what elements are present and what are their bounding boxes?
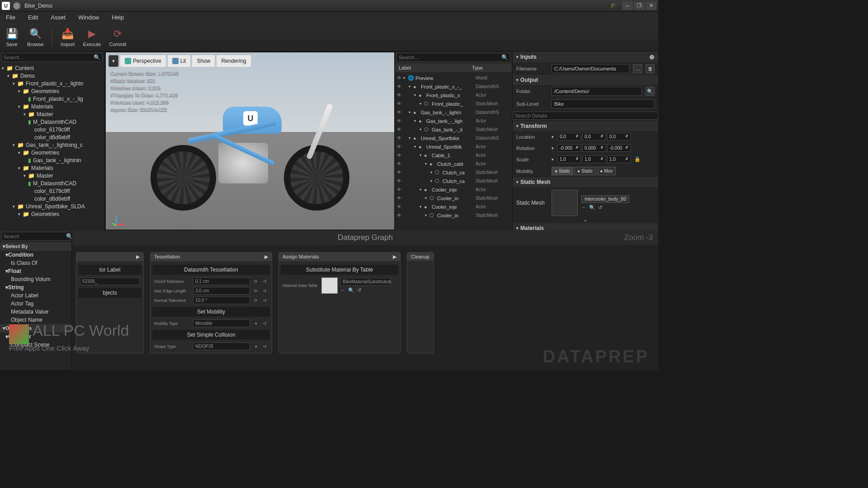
graph-node-tessellation[interactable]: Tessellation▶ Datasmith Tessellation Cho… (150, 252, 272, 353)
outliner-row[interactable]: 👁▾●Gas_tank_-_lighActor (395, 117, 512, 125)
tree-node[interactable]: color_d6d6ebff (0, 195, 104, 202)
outliner-row[interactable]: 👁▾●Unreal_SportbikeDatasmithS (395, 134, 512, 142)
tree-node[interactable]: color_d6d6ebff (0, 133, 104, 141)
outliner-row[interactable]: 👁▾⬡Gas_tank_-_liStaticMesh (395, 125, 512, 134)
execute-button[interactable]: ▶Execute (83, 27, 101, 47)
lit-button[interactable]: Lit (168, 55, 191, 67)
outliner-search[interactable]: 🔍 (396, 53, 510, 62)
outliner-tree[interactable]: 👁▾🌐PreviewWorld👁▾●Front_plastic_x_-_Data… (395, 73, 512, 230)
selectby-category[interactable]: ▾String (0, 283, 71, 291)
tree-node[interactable]: ▾📁Geometries (0, 149, 104, 156)
viewport-options-dropdown[interactable]: ▾ (108, 55, 118, 67)
content-tree[interactable]: ▾📁Content▾📁Demo▾📁Front_plastic_x_-_light… (0, 63, 104, 230)
menu-edit[interactable]: Edit (26, 13, 40, 22)
mobility-static[interactable]: ●Static (552, 167, 573, 175)
tree-node[interactable]: ▾📁Geometries (0, 210, 104, 218)
transform-field[interactable]: -0.000⇵ (607, 144, 631, 152)
outliner-row[interactable]: 👁▾●Cooler_injeActor (395, 202, 512, 211)
import-button[interactable]: 📥Import (61, 27, 75, 47)
reset-icon[interactable]: ↺ (598, 205, 602, 211)
dataprep-graph[interactable]: Dataprep Graph Zoom -3 DATAPREP ▶ tor La… (72, 230, 658, 370)
outliner-row[interactable]: 👁▾●Clutch_cablActor (395, 160, 512, 168)
browse-icon[interactable]: 🔍 (589, 205, 595, 211)
minimize-button[interactable]: ─ (622, 2, 633, 10)
tree-node[interactable]: ▾📁Materials (0, 103, 104, 110)
graph-node-cleanup[interactable]: Cleanup (407, 252, 434, 353)
selectby-search-input[interactable] (4, 234, 66, 239)
mobility-static[interactable]: ●Static (574, 167, 596, 175)
tree-node[interactable]: ▾📁Master (0, 172, 104, 179)
outliner-row[interactable]: 👁▾●Gas_tank_-_lightnDatasmithS (395, 108, 512, 117)
close-button[interactable]: ✕ (646, 2, 656, 10)
content-search-input[interactable] (4, 55, 94, 60)
tree-node[interactable]: ▾📁Master (0, 110, 104, 118)
output-header[interactable]: ▾Output (513, 75, 658, 85)
mobility-mov[interactable]: ●Mov (597, 167, 616, 175)
transform-field[interactable]: 0.0⇵ (557, 133, 581, 141)
graduation-cap-icon[interactable]: 🎓 (610, 2, 618, 10)
selectby-item[interactable]: Metadata Value (0, 308, 71, 316)
outliner-row[interactable]: 👁▾⬡Clutch_caStaticMesh (395, 168, 512, 177)
add-input-button[interactable]: ⊕ (649, 53, 655, 61)
selectby-item[interactable]: Actor Label (0, 291, 71, 300)
details-search-input[interactable] (515, 113, 656, 118)
transform-header[interactable]: ▾Transform (513, 121, 658, 131)
outliner-row[interactable]: 👁▾⬡Clutch_caStaticMesh (395, 177, 512, 185)
outliner-row[interactable]: 👁▾●Front_plastic_xActor (395, 91, 512, 99)
menu-help[interactable]: Help (109, 13, 126, 22)
show-button[interactable]: Show (192, 55, 215, 67)
outliner-row[interactable]: 👁▾●Cooler_injeActor (395, 185, 512, 194)
tree-node[interactable]: ▾📁Demo (0, 72, 104, 80)
rendering-button[interactable]: Rendering (217, 55, 250, 67)
commit-button[interactable]: ⟳Commit (109, 27, 126, 47)
outliner-row[interactable]: 👁▾⬡Front_plastic_StaticMesh (395, 99, 512, 108)
staticmesh-dropdown[interactable]: Intercooler_body_B0 (581, 195, 629, 203)
viewport[interactable]: U ▾ Perspective Lit Show Rendering Curre… (105, 52, 395, 230)
tree-node[interactable]: ▮M_DatasmithCAD (0, 179, 104, 187)
browse-file-button[interactable]: … (633, 64, 642, 73)
outliner-row[interactable]: 👁▾🌐PreviewWorld (395, 74, 512, 82)
tree-node[interactable]: ▾📁Content (0, 64, 104, 72)
outliner-header[interactable]: Label Type (395, 63, 512, 73)
outliner-row[interactable]: 👁▾⬡Cooler_inStaticMesh (395, 211, 512, 220)
sublevel-field[interactable]: Bike (552, 99, 655, 108)
content-search[interactable]: 🔍 (1, 53, 103, 62)
browse-folder-button[interactable]: 🔍 (646, 87, 655, 96)
selectby-category[interactable]: ▾Condition (0, 251, 71, 259)
transform-field[interactable]: 0.000⇵ (582, 144, 606, 152)
tree-node[interactable]: ▮Gas_tank_-_lightnin (0, 156, 104, 164)
tree-node[interactable]: ▾📁Materials (0, 164, 104, 172)
selectby-category[interactable]: ▾Float (0, 267, 71, 275)
menu-file[interactable]: File (4, 13, 18, 22)
graph-node-assignmaterials[interactable]: Assign Materials▶ Substitute Material By… (278, 252, 401, 353)
tree-node[interactable]: ▾📁Front_plastic_x_-_lightn (0, 80, 104, 87)
selectby-item[interactable]: Is Class Of (0, 259, 71, 267)
folder-field[interactable]: /Content/Demo/ (552, 87, 642, 96)
maximize-button[interactable]: ❐ (634, 2, 645, 10)
outliner-search-input[interactable] (399, 55, 501, 60)
selectby-item[interactable]: Bounding Volum (0, 275, 71, 283)
use-arrow-icon[interactable]: ← (581, 205, 586, 211)
perspective-button[interactable]: Perspective (120, 55, 166, 67)
tree-node[interactable]: ▾📁Gas_tank_-_lightning_c (0, 141, 104, 149)
tree-node[interactable]: ▾📁Unreal_Sportbike_SLDA (0, 202, 104, 210)
transform-field[interactable]: 1.0⇵ (607, 155, 631, 163)
tree-node[interactable]: color_6179c9ff (0, 126, 104, 133)
transform-field[interactable]: 0.0⇵ (607, 133, 631, 141)
outliner-row[interactable]: 👁▾●Cable_1Actor (395, 151, 512, 160)
menu-window[interactable]: Window (76, 13, 101, 22)
transform-field[interactable]: 1.0⇵ (582, 155, 606, 163)
tree-node[interactable]: ▾📁Geometries (0, 87, 104, 95)
browse-button[interactable]: 🔍Browse (27, 27, 44, 47)
tree-node[interactable]: ▮M_DatasmithCAD (0, 118, 104, 126)
delete-file-button[interactable]: 🗑 (646, 64, 655, 73)
selectby-header[interactable]: ▾Select By (0, 242, 71, 251)
outliner-row[interactable]: 👁▾●Front_plastic_x_-_DatasmithS (395, 82, 512, 91)
tree-node[interactable]: ▮Front_plastic_x_-_lig (0, 95, 104, 103)
save-button[interactable]: 💾Save (5, 27, 19, 47)
lock-icon[interactable]: 🔒 (634, 156, 641, 162)
staticmesh-thumbnail[interactable] (552, 190, 578, 216)
inputs-header[interactable]: ▾Inputs⊕ (513, 52, 658, 62)
tree-node[interactable]: color_6179c9ff (0, 187, 104, 195)
outliner-row[interactable]: 👁▾⬡Cooler_inStaticMesh (395, 194, 512, 202)
